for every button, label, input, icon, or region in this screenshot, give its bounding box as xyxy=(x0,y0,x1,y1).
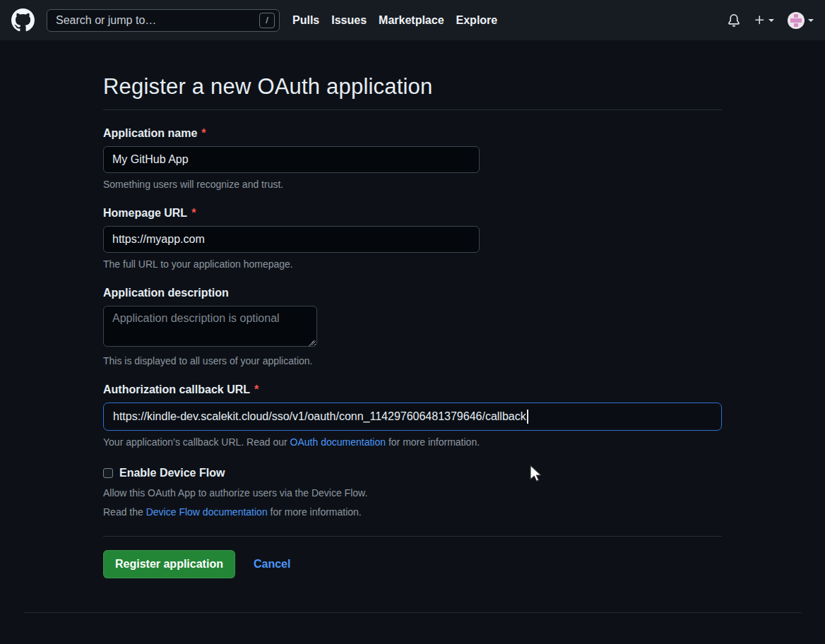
chevron-down-icon xyxy=(768,19,774,22)
form-actions: Register application Cancel xyxy=(103,550,722,578)
homepage-url-group: Homepage URL* The full URL to your appli… xyxy=(103,207,722,270)
create-new-button[interactable] xyxy=(754,14,774,26)
application-description-label: Application description xyxy=(103,287,229,299)
footer-divider xyxy=(23,612,802,613)
form-divider xyxy=(103,536,722,537)
user-menu-button[interactable] xyxy=(788,12,814,29)
homepage-url-help: The full URL to your application homepag… xyxy=(103,258,722,270)
text-cursor xyxy=(527,410,528,424)
device-flow-help-line2: Read the Device Flow documentation for m… xyxy=(103,506,722,518)
avatar xyxy=(788,12,805,29)
callback-url-value: https://kindle-dev.scalekit.cloud/sso/v1… xyxy=(113,410,526,423)
register-application-button[interactable]: Register application xyxy=(103,550,235,578)
nav-item-explore[interactable]: Explore xyxy=(456,14,498,27)
device-flow-label[interactable]: Enable Device Flow xyxy=(119,467,225,479)
bell-icon xyxy=(728,14,740,27)
device-flow-help-prefix: Read the xyxy=(103,506,146,518)
required-asterisk: * xyxy=(191,207,196,219)
required-asterisk: * xyxy=(201,127,206,139)
app-header: / Pulls Issues Marketplace Explore xyxy=(0,0,825,40)
application-description-help: This is displayed to all users of your a… xyxy=(103,355,722,366)
application-name-help: Something users will recognize and trust… xyxy=(103,179,722,190)
application-name-label: Application name xyxy=(103,127,197,139)
application-name-group: Application name* Something users will r… xyxy=(103,127,722,190)
plus-icon xyxy=(754,14,766,26)
header-right-controls xyxy=(728,12,814,29)
nav-item-pulls[interactable]: Pulls xyxy=(292,14,319,27)
homepage-url-label: Homepage URL xyxy=(103,207,187,219)
header-search: / xyxy=(47,9,280,32)
oauth-documentation-link[interactable]: OAuth documentation xyxy=(290,436,386,448)
homepage-url-input[interactable] xyxy=(103,226,480,253)
nav-item-marketplace[interactable]: Marketplace xyxy=(379,14,444,27)
chevron-down-icon xyxy=(808,19,814,22)
device-flow-help-suffix: for more information. xyxy=(268,506,362,518)
application-description-group: Application description This is displaye… xyxy=(103,287,722,366)
slash-shortcut-badge: / xyxy=(259,13,275,28)
callback-help-prefix: Your application’s callback URL. Read ou… xyxy=(103,436,290,448)
cancel-link[interactable]: Cancel xyxy=(254,558,290,571)
device-flow-help-line1: Allow this OAuth App to authorize users … xyxy=(103,487,722,499)
callback-url-input[interactable]: https://kindle-dev.scalekit.cloud/sso/v1… xyxy=(103,402,722,431)
callback-url-group: Authorization callback URL* https://kind… xyxy=(103,383,722,448)
callback-help-suffix: for more information. xyxy=(386,436,480,448)
oauth-register-form: Register a new OAuth application Applica… xyxy=(103,40,722,578)
github-logo-icon[interactable] xyxy=(11,8,35,32)
required-asterisk: * xyxy=(254,383,259,395)
device-flow-checkbox[interactable] xyxy=(103,468,113,478)
main-nav: Pulls Issues Marketplace Explore xyxy=(292,14,497,27)
application-name-input[interactable] xyxy=(103,146,480,173)
application-description-textarea[interactable] xyxy=(103,306,317,347)
title-divider xyxy=(103,109,722,110)
device-flow-documentation-link[interactable]: Device Flow documentation xyxy=(146,506,268,518)
callback-url-label: Authorization callback URL xyxy=(103,383,250,395)
search-input[interactable] xyxy=(47,9,280,32)
callback-url-help: Your application’s callback URL. Read ou… xyxy=(103,436,722,448)
notifications-button[interactable] xyxy=(728,14,740,27)
nav-item-issues[interactable]: Issues xyxy=(331,14,367,27)
device-flow-section: Enable Device Flow Allow this OAuth App … xyxy=(103,467,722,518)
page-title: Register a new OAuth application xyxy=(103,74,722,100)
